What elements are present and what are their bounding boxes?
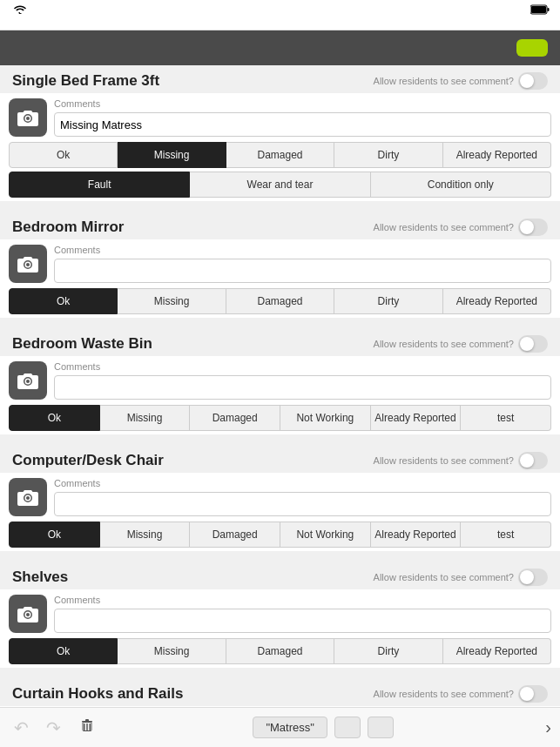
- section-header-shelves: ShelvesAllow residents to see comment?: [0, 562, 560, 589]
- section-bedroom-mirror: Bedroom MirrorAllow residents to see com…: [0, 212, 560, 318]
- btn-bedroom-waste-bin-0-4[interactable]: Already Reported: [371, 405, 462, 431]
- svg-rect-2: [531, 6, 546, 13]
- btn-bedroom-mirror-0-1[interactable]: Missing: [118, 288, 226, 314]
- section-gap-4: [0, 670, 560, 678]
- camera-wrap-computer-desk-chair[interactable]: [9, 478, 47, 516]
- complete-button[interactable]: [516, 39, 548, 57]
- btn-bedroom-waste-bin-0-2[interactable]: Damaged: [190, 405, 280, 431]
- btn-computer-desk-chair-0-3[interactable]: Not Working: [280, 522, 371, 548]
- btn-single-bed-frame-0-2[interactable]: Damaged: [226, 142, 334, 168]
- camera-wrap-single-bed-frame[interactable]: [9, 98, 47, 137]
- item-row-shelves: Comments: [0, 589, 560, 638]
- svg-point-4: [26, 117, 30, 120]
- btn-bedroom-mirror-0-4[interactable]: Already Reported: [443, 288, 551, 314]
- allow-label-shelves: Allow residents to see comment?: [374, 572, 514, 582]
- nav-bar: [0, 19, 560, 30]
- camera-icon: [17, 108, 39, 127]
- btn-bedroom-waste-bin-0-0[interactable]: Ok: [9, 405, 100, 431]
- section-gap-1: [0, 320, 560, 328]
- autocomplete-word-3[interactable]: [368, 717, 394, 738]
- toggle-bedroom-waste-bin[interactable]: [518, 335, 548, 353]
- allow-residents-curtain-hooks-rails: Allow residents to see comment?: [374, 685, 548, 703]
- btn-single-bed-frame-1-0[interactable]: Fault: [9, 172, 190, 198]
- toggle-bedroom-mirror[interactable]: [518, 219, 548, 236]
- autocomplete-word-1[interactable]: "Matress": [253, 717, 327, 738]
- redo-button[interactable]: ↷: [41, 714, 66, 742]
- comments-label-bedroom-waste-bin: Comments: [54, 361, 551, 372]
- comments-label-single-bed-frame: Comments: [54, 98, 551, 109]
- section-gap-0: [0, 203, 560, 212]
- comments-area-shelves: Comments: [54, 595, 551, 633]
- btn-single-bed-frame-1-2[interactable]: Condition only: [371, 172, 551, 198]
- comments-area-single-bed-frame: Comments: [54, 98, 551, 137]
- autocomplete-word-2[interactable]: [334, 717, 361, 738]
- svg-rect-16: [86, 723, 88, 730]
- camera-wrap-shelves[interactable]: [9, 595, 47, 633]
- btn-row-single-bed-frame-1: FaultWear and tearCondition only: [0, 172, 560, 201]
- chevron-button[interactable]: ›: [545, 717, 551, 737]
- toggle-computer-desk-chair[interactable]: [518, 452, 548, 469]
- btn-computer-desk-chair-0-5[interactable]: test: [461, 522, 551, 548]
- btn-single-bed-frame-1-1[interactable]: Wear and tear: [190, 172, 370, 198]
- comments-input-computer-desk-chair[interactable]: [54, 492, 551, 516]
- undo-button[interactable]: ↶: [9, 714, 34, 742]
- camera-wrap-bedroom-waste-bin[interactable]: [9, 361, 47, 400]
- toggle-single-bed-frame[interactable]: [518, 72, 548, 90]
- svg-point-6: [26, 263, 30, 266]
- section-title-bedroom-mirror: Bedroom Mirror: [12, 219, 124, 236]
- btn-computer-desk-chair-0-1[interactable]: Missing: [100, 522, 191, 548]
- btn-shelves-0-1[interactable]: Missing: [118, 638, 226, 664]
- section-title-shelves: Shelves: [12, 569, 68, 586]
- btn-shelves-0-4[interactable]: Already Reported: [443, 638, 551, 664]
- section-header-curtain-hooks-rails: Curtain Hooks and RailsAllow residents t…: [0, 678, 560, 706]
- camera-icon: [17, 488, 39, 507]
- comments-area-bedroom-mirror: Comments: [54, 245, 551, 283]
- comments-input-bedroom-waste-bin[interactable]: [54, 375, 551, 400]
- btn-computer-desk-chair-0-2[interactable]: Damaged: [190, 522, 280, 548]
- svg-point-8: [26, 380, 30, 383]
- btn-bedroom-waste-bin-0-5[interactable]: test: [461, 405, 551, 431]
- btn-single-bed-frame-0-4[interactable]: Already Reported: [443, 142, 551, 168]
- svg-rect-17: [90, 723, 91, 730]
- btn-bedroom-waste-bin-0-1[interactable]: Missing: [100, 405, 191, 431]
- allow-residents-bedroom-mirror: Allow residents to see comment?: [374, 219, 548, 236]
- section-computer-desk-chair: Computer/Desk ChairAllow residents to se…: [0, 445, 560, 551]
- camera-icon: [17, 371, 39, 390]
- btn-single-bed-frame-0-3[interactable]: Dirty: [334, 142, 442, 168]
- svg-rect-15: [84, 723, 85, 730]
- btn-bedroom-mirror-0-2[interactable]: Damaged: [226, 288, 334, 314]
- btn-row-bedroom-waste-bin-0: OkMissingDamagedNot WorkingAlready Repor…: [0, 405, 560, 434]
- section-shelves: ShelvesAllow residents to see comment? C…: [0, 562, 560, 668]
- allow-label-curtain-hooks-rails: Allow residents to see comment?: [374, 689, 514, 699]
- comments-input-shelves[interactable]: [54, 609, 551, 633]
- btn-computer-desk-chair-0-0[interactable]: Ok: [9, 522, 100, 548]
- section-gap-3: [0, 553, 560, 562]
- bottom-toolbar: ↶ ↷ "Matress" ›: [0, 707, 560, 747]
- toggle-curtain-hooks-rails[interactable]: [518, 685, 548, 703]
- btn-shelves-0-2[interactable]: Damaged: [226, 638, 334, 664]
- btn-bedroom-mirror-0-0[interactable]: Ok: [9, 288, 118, 314]
- btn-bedroom-mirror-0-3[interactable]: Dirty: [334, 288, 442, 314]
- section-single-bed-frame: Single Bed Frame 3ftAllow residents to s…: [0, 65, 560, 201]
- section-header-bedroom-waste-bin: Bedroom Waste BinAllow residents to see …: [0, 328, 560, 356]
- btn-shelves-0-3[interactable]: Dirty: [334, 638, 442, 664]
- comments-input-bedroom-mirror[interactable]: [54, 259, 551, 283]
- btn-row-bedroom-mirror-0: OkMissingDamagedDirtyAlready Reported: [0, 288, 560, 318]
- delete-button[interactable]: [73, 713, 101, 742]
- camera-wrap-bedroom-mirror[interactable]: [9, 245, 47, 283]
- comments-area-computer-desk-chair: Comments: [54, 478, 551, 516]
- btn-bedroom-waste-bin-0-3[interactable]: Not Working: [280, 405, 371, 431]
- btn-single-bed-frame-0-0[interactable]: Ok: [9, 142, 118, 168]
- comments-label-computer-desk-chair: Comments: [54, 478, 551, 488]
- btn-computer-desk-chair-0-4[interactable]: Already Reported: [371, 522, 462, 548]
- autocomplete-bar: "Matress": [108, 717, 538, 738]
- comments-input-single-bed-frame[interactable]: [54, 112, 551, 137]
- section-title-single-bed-frame: Single Bed Frame 3ft: [12, 72, 159, 90]
- btn-single-bed-frame-0-1[interactable]: Missing: [118, 142, 226, 168]
- section-header-computer-desk-chair: Computer/Desk ChairAllow residents to se…: [0, 445, 560, 473]
- sections-container: Single Bed Frame 3ftAllow residents to s…: [0, 65, 560, 747]
- btn-shelves-0-0[interactable]: Ok: [9, 638, 118, 664]
- svg-point-12: [26, 613, 30, 616]
- toggle-shelves[interactable]: [518, 569, 548, 586]
- allow-label-bedroom-mirror: Allow residents to see comment?: [374, 222, 514, 232]
